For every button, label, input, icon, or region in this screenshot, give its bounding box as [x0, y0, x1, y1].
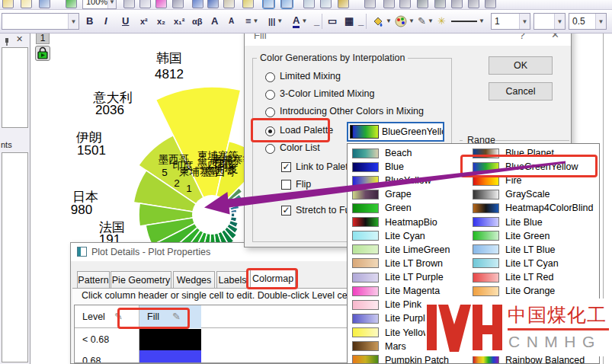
eraser-icon[interactable]: [485, 0, 496, 8]
new-matrix-icon[interactable]: [172, 0, 184, 8]
radio-introducing-other-colors-in-mixing[interactable]: [265, 107, 275, 117]
lock-icon[interactable]: [35, 46, 50, 61]
pencil-button[interactable]: ✎▼: [418, 12, 434, 30]
palette-item-lite-limegreen[interactable]: Lite LimeGreen: [352, 243, 470, 257]
superscript-button[interactable]: x²: [140, 12, 148, 30]
style-combo[interactable]: ▼: [533, 13, 566, 30]
zoom-out-icon[interactable]: [281, 0, 293, 8]
alpha-combo-arrow[interactable]: ▼: [595, 14, 606, 29]
cancel-button[interactable]: Cancel: [489, 82, 553, 101]
open-icon[interactable]: [21, 0, 32, 8]
zoom-combo-arrow[interactable]: ▼: [107, 0, 116, 8]
fill-color-button[interactable]: ▼: [372, 12, 392, 30]
letter-spacing-button-arrow[interactable]: ▼: [277, 18, 283, 24]
italic-button[interactable]: I: [104, 12, 107, 30]
palette-item-grape[interactable]: Grape: [352, 187, 470, 201]
alpha-combo[interactable]: 0.5▼: [569, 13, 607, 30]
palette-item-heatmapbio[interactable]: HeatmapBio: [352, 216, 470, 229]
palette-item-beach[interactable]: Beach: [352, 146, 470, 160]
small-icon[interactable]: [451, 0, 463, 8]
duplicate-icon[interactable]: [383, 0, 395, 8]
level-cell[interactable]: 0.68: [82, 356, 101, 363]
level-cell[interactable]: < 0.68: [82, 334, 109, 345]
close-panel-icon[interactable]: ✕: [16, 34, 23, 44]
palette-item-lite-blue[interactable]: Lite Blue: [473, 216, 591, 229]
pin-icon[interactable]: [2, 36, 11, 45]
palette-item-lite-lt-purple[interactable]: Lite LT Purple: [352, 270, 470, 284]
palette-item-lite-cyan[interactable]: Lite Cyan: [352, 229, 470, 243]
font-combo[interactable]: ▼: [2, 13, 79, 30]
palette-combo[interactable]: BlueGreenYellow: [347, 122, 444, 142]
brush-icon[interactable]: [468, 0, 479, 8]
gear-icon[interactable]: [338, 0, 349, 8]
glow-button[interactable]: ✳: [437, 12, 446, 30]
radio-3-color-limited-mixing[interactable]: [265, 90, 275, 100]
sort-icon[interactable]: [399, 0, 411, 8]
zoom-combo[interactable]: 100%▼: [82, 0, 117, 9]
font-color-button[interactable]: A▼: [293, 12, 307, 30]
bold-button[interactable]: B: [86, 12, 93, 30]
tab-pie-geometry[interactable]: Pie Geometry: [111, 271, 171, 288]
palette-item-lite-green[interactable]: Lite Green: [473, 229, 591, 243]
mail-icon[interactable]: [223, 0, 235, 8]
align-button[interactable]: ≡▼: [245, 12, 259, 30]
increase-font-button[interactable]: A: [211, 12, 218, 30]
checkbox-link-to-palette-[interactable]: ✓: [281, 162, 291, 172]
window-icon[interactable]: [303, 0, 315, 8]
tab-wedges[interactable]: Wedges: [173, 271, 215, 288]
checkbox-flip[interactable]: [281, 180, 291, 190]
line-width-combo[interactable]: 1▼: [491, 13, 530, 30]
line-style-button[interactable]: ▼: [451, 12, 485, 30]
grid-button[interactable]: ▦: [344, 12, 354, 30]
align-button-arrow[interactable]: ▼: [253, 18, 259, 24]
fill-cell-swatch[interactable]: [139, 329, 201, 350]
palette-item-lite-lt-cyan[interactable]: Lite LT Cyan: [473, 257, 591, 270]
radio-limited-mixing[interactable]: [265, 72, 275, 82]
palette-item-lite-lt-blue[interactable]: Lite LT Blue: [473, 243, 591, 257]
tab-labels[interactable]: Labels: [216, 271, 248, 288]
tab-pattern[interactable]: Pattern: [77, 271, 110, 288]
decrease-font-button[interactable]: A: [229, 12, 234, 30]
save-icon[interactable]: [39, 0, 50, 8]
palette-button[interactable]: ▼: [395, 12, 415, 30]
underscore-button[interactable]: _: [314, 12, 319, 30]
new-project-icon[interactable]: [2, 0, 14, 8]
underline-button[interactable]: U: [122, 12, 129, 30]
list-icon[interactable]: [364, 0, 376, 8]
level-header-label[interactable]: Level: [82, 311, 105, 322]
fill-cell-swatch[interactable]: [139, 350, 201, 363]
copy-icon[interactable]: [139, 0, 151, 8]
frame-button[interactable]: ▭: [328, 12, 337, 30]
palette-item-blue[interactable]: Blue: [352, 160, 470, 174]
window2-icon[interactable]: [320, 0, 332, 8]
bar-chart-icon[interactable]: [417, 0, 428, 8]
zoom-in-icon[interactable]: [263, 0, 274, 8]
undo-icon[interactable]: [66, 0, 77, 8]
style-combo-arrow[interactable]: ▼: [554, 14, 565, 29]
greek-button[interactable]: αβ: [192, 12, 202, 30]
palette-item-grayscale[interactable]: GrayScale: [473, 187, 591, 201]
new-sheet-icon[interactable]: [192, 0, 203, 8]
print-icon[interactable]: [123, 0, 135, 8]
palette-item-green[interactable]: Green: [352, 201, 470, 215]
underscore2-button[interactable]: _: [358, 12, 364, 30]
checkbox-stretch-to-full-f[interactable]: ✓: [281, 206, 291, 216]
palette-item-lite-orange[interactable]: Lite Orange: [473, 284, 591, 298]
line-width-combo-arrow[interactable]: ▼: [519, 14, 530, 29]
palette-item-lite-lt-brown[interactable]: Lite LT Brown: [352, 257, 470, 270]
bar-chart2-icon[interactable]: [434, 0, 446, 8]
project-explorer-icon[interactable]: [242, 0, 254, 8]
palette-item-lite-lt-red[interactable]: Lite LT Red: [473, 270, 591, 284]
palette-item-blueyellow[interactable]: BlueYellow: [352, 174, 470, 187]
palette-item-heatmap4colorblind[interactable]: Heatmap4ColorBlind: [473, 201, 591, 215]
radio-color-list[interactable]: [265, 144, 275, 154]
palette-item-lite-magenta[interactable]: Lite Magenta: [352, 284, 470, 298]
subscript-button[interactable]: x₂: [157, 12, 165, 30]
new-graph-icon[interactable]: [155, 0, 167, 8]
font-combo-arrow[interactable]: ▼: [68, 14, 79, 29]
font-color-button-arrow[interactable]: ▼: [301, 18, 307, 24]
colormap-table[interactable]: Level ✎ Fill ✎ < 0.680.680.875: [74, 305, 351, 363]
subsuperscript-button[interactable]: x₁²: [174, 12, 184, 30]
new-layout-icon[interactable]: [207, 0, 219, 8]
ok-button[interactable]: OK: [489, 56, 553, 75]
